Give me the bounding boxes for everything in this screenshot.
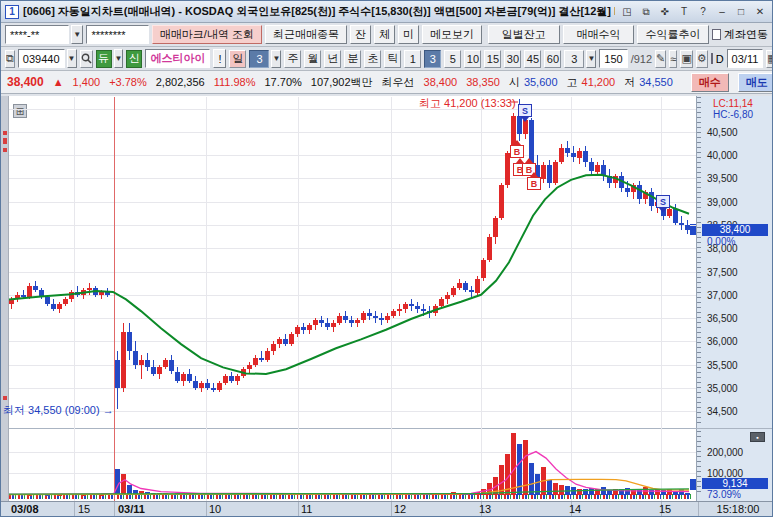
period-second-tab[interactable]: 초	[364, 50, 381, 68]
unfilled-filter-button[interactable]: 미	[398, 25, 419, 44]
maximize-icon[interactable]: □	[733, 4, 749, 19]
balance-filter-button[interactable]: 잔	[350, 25, 371, 44]
change-arrow-icon: ▲	[53, 76, 64, 88]
daily-balance-button[interactable]: 일별잔고	[488, 25, 560, 44]
period-year-tab[interactable]: 년	[324, 50, 341, 68]
date-mode-label: D	[716, 53, 724, 65]
pin-icon[interactable]: ✜	[657, 4, 673, 19]
volume-value: 2,802,356	[156, 76, 205, 88]
volume-settings-icon[interactable]: ▪	[750, 432, 765, 442]
close-icon[interactable]: ✕	[752, 4, 768, 19]
stock-code-input[interactable]: 039440	[18, 49, 65, 68]
trade-profit-button[interactable]: 매매수익	[563, 25, 635, 44]
title-bar[interactable]: 1 [0606] 자동일지차트(매매내역) - KOSDAQ 외국인보유[825…	[1, 1, 772, 23]
dual-chart-button[interactable]: 듀	[96, 50, 112, 68]
window-title: [0606] 자동일지차트(매매내역) - KOSDAQ 외국인보유[825(천…	[23, 4, 615, 19]
save-icon[interactable]: ▣	[680, 50, 692, 68]
font-icon[interactable]: T	[676, 4, 692, 19]
calendar-icon[interactable]: ▦	[766, 50, 773, 68]
price-axis-ticks	[697, 97, 701, 426]
volume-ratio: 111.98%	[214, 76, 256, 88]
app-icon: 1	[5, 5, 19, 19]
bar-count-dropdown-icon[interactable]: ▼	[586, 50, 596, 68]
minute-tab-60[interactable]: 60	[544, 50, 561, 68]
current-volume-marker	[690, 479, 696, 490]
price-change: 1,400	[73, 76, 101, 88]
open-label: 시	[509, 75, 520, 90]
chart-grid-toggle-icon[interactable]: ⊞	[13, 104, 27, 118]
period-minute-tab[interactable]: 분	[344, 50, 361, 68]
dual-dropdown-icon[interactable]: ▼	[114, 49, 124, 68]
sell-button[interactable]: 매도	[738, 73, 773, 92]
pane-separator	[9, 428, 773, 429]
minute-tab-3[interactable]: 3	[424, 50, 441, 68]
period-week-tab[interactable]: 주	[284, 50, 301, 68]
dock-icon[interactable]: ◳	[619, 4, 635, 19]
buy-button[interactable]: 매수	[691, 73, 729, 92]
stock-name: 에스티아이	[145, 49, 210, 68]
trade-mark-button[interactable]: 매매마크/내역 조회	[152, 25, 262, 44]
bars-total-label: /912	[631, 53, 652, 65]
change-percent: +3.78%	[109, 76, 147, 88]
best-quote-label: 최우선	[382, 75, 415, 90]
bar-count-select[interactable]: 3	[564, 50, 584, 68]
recent-trades-button[interactable]: 최근매매종목	[265, 25, 347, 44]
period-tick-tab[interactable]: 틱	[384, 50, 401, 68]
minute-tab-5[interactable]: 5	[444, 50, 461, 68]
minute-tab-15[interactable]: 15	[484, 50, 501, 68]
alert-button[interactable]: !	[213, 49, 226, 68]
chart-plot-background	[9, 96, 696, 501]
open-price: 35,600	[524, 76, 558, 88]
minute-tab-30[interactable]: 30	[504, 50, 521, 68]
yield-trend-button[interactable]: 수익률추이	[637, 25, 709, 44]
bars-shown-input[interactable]: 150	[599, 49, 627, 68]
day-count-select[interactable]: 3	[249, 50, 269, 68]
help-icon[interactable]: ?	[695, 4, 711, 19]
best-bid: 38,350	[466, 76, 500, 88]
password-field[interactable]: ********	[86, 25, 148, 44]
annotate-icon[interactable]: ✎	[655, 50, 666, 68]
high-label: 고	[567, 75, 578, 90]
chart-left-gutter	[1, 96, 9, 501]
chart-toolbar: ⧉ 039440▼ 듀▼ 신 에스티아이 ! 일 3▼ 주 월 년 분 초 틱 …	[1, 47, 772, 71]
credit-badge: 신	[126, 50, 142, 68]
link-window-icon[interactable]: ⧉	[5, 50, 15, 68]
account-link-checkbox[interactable]	[712, 29, 721, 40]
trade-value: 107,902백만	[311, 75, 373, 90]
low-label: 저	[624, 75, 635, 90]
code-dropdown-icon[interactable]: ▼	[67, 49, 77, 68]
minimize-icon[interactable]: –	[714, 4, 730, 19]
minute-tab-10[interactable]: 10	[464, 50, 481, 68]
account-toolbar: ****-**▼ ******** 매매마크/내역 조회 최근매매종목 잔 체 …	[1, 23, 772, 47]
memo-view-button[interactable]: 메모보기	[422, 25, 482, 44]
compare-icon[interactable]: ≈	[669, 50, 677, 68]
quote-bar: 38,400 ▲ 1,400 +3.78% 2,802,356 111.98% …	[1, 71, 772, 94]
settings-gear-icon[interactable]: ⚙	[696, 50, 708, 68]
period-day-tab[interactable]: 일	[229, 50, 246, 68]
account-link-label: 계좌연동	[724, 27, 768, 42]
best-ask: 38,400	[424, 76, 458, 88]
period-month-tab[interactable]: 월	[304, 50, 321, 68]
filled-filter-button[interactable]: 체	[374, 25, 395, 44]
search-icon[interactable]	[80, 50, 93, 68]
account-select[interactable]: ****-**	[5, 25, 69, 44]
date-mode-checkbox[interactable]	[711, 53, 713, 64]
current-price: 38,400	[7, 75, 44, 89]
x-axis	[1, 501, 773, 517]
day-count-dropdown-icon[interactable]: ▼	[271, 50, 281, 68]
minute-tab-1[interactable]: 1	[404, 50, 421, 68]
micro-volume-strip	[9, 494, 691, 499]
current-price-marker	[690, 224, 696, 235]
volume-axis-ticks	[697, 431, 701, 495]
high-price: 41,200	[582, 76, 616, 88]
account-dropdown-icon[interactable]: ▼	[71, 25, 83, 44]
low-price: 34,550	[639, 76, 673, 88]
date-input[interactable]: 03/11	[727, 49, 764, 68]
minute-tab-45[interactable]: 45	[524, 50, 541, 68]
turnover-rate: 17.70%	[264, 76, 301, 88]
copy-window-icon[interactable]: ⧉	[638, 4, 654, 19]
